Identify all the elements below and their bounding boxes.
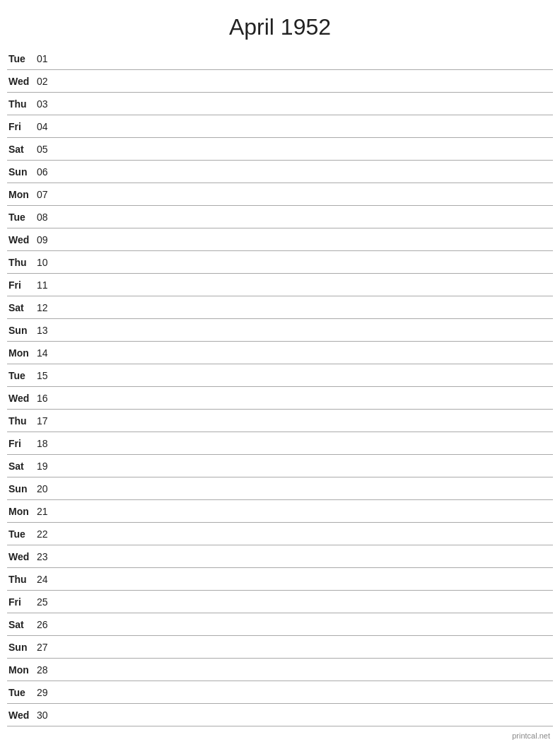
day-name: Sun — [7, 642, 37, 653]
day-line — [57, 398, 553, 398]
day-line — [57, 533, 553, 534]
day-number: 25 — [37, 596, 57, 608]
day-number: 20 — [37, 483, 57, 494]
day-name: Sat — [7, 461, 37, 472]
calendar-row: Thu24 — [7, 568, 553, 591]
day-number: 27 — [37, 642, 57, 653]
day-name: Sun — [7, 483, 37, 494]
day-line — [57, 330, 553, 330]
day-name: Tue — [7, 528, 37, 540]
calendar-row: Wed02 — [7, 70, 553, 93]
calendar-row: Tue29 — [7, 681, 553, 704]
day-name: Thu — [7, 98, 37, 110]
day-number: 10 — [37, 257, 57, 268]
footer-text: printcal.net — [512, 731, 550, 740]
calendar-row: Sat19 — [7, 455, 553, 477]
day-name: Sun — [7, 325, 37, 336]
day-line — [57, 58, 553, 59]
day-line — [57, 81, 553, 81]
day-number: 30 — [37, 710, 57, 721]
day-number: 13 — [37, 325, 57, 336]
day-line — [57, 579, 553, 579]
day-line — [57, 171, 553, 172]
day-name: Tue — [7, 370, 37, 381]
day-number: 15 — [37, 370, 57, 381]
day-number: 07 — [37, 189, 57, 200]
day-name: Wed — [7, 551, 37, 562]
day-number: 06 — [37, 166, 57, 178]
day-name: Fri — [7, 596, 37, 608]
day-line — [57, 488, 553, 489]
day-line — [57, 714, 553, 715]
calendar-row: Thu17 — [7, 410, 553, 432]
day-line — [57, 465, 553, 466]
day-name: Thu — [7, 415, 37, 427]
day-number: 18 — [37, 438, 57, 449]
day-line — [57, 669, 553, 670]
calendar-row: Tue22 — [7, 523, 553, 545]
calendar-row: Fri25 — [7, 591, 553, 613]
day-name: Tue — [7, 687, 37, 698]
day-name: Wed — [7, 76, 37, 87]
day-name: Mon — [7, 189, 37, 200]
day-number: 08 — [37, 212, 57, 223]
day-name: Wed — [7, 393, 37, 404]
day-name: Thu — [7, 574, 37, 585]
calendar-row: Sun20 — [7, 477, 553, 500]
day-number: 03 — [37, 98, 57, 110]
day-line — [57, 284, 553, 285]
day-number: 02 — [37, 76, 57, 87]
day-name: Fri — [7, 121, 37, 132]
calendar-row: Tue01 — [7, 47, 553, 70]
day-line — [57, 194, 553, 195]
day-line — [57, 511, 553, 511]
day-name: Sat — [7, 144, 37, 155]
calendar-row: Mon21 — [7, 500, 553, 523]
calendar-row: Sat05 — [7, 138, 553, 161]
day-name: Sat — [7, 302, 37, 313]
day-line — [57, 601, 553, 602]
day-number: 14 — [37, 347, 57, 359]
day-name: Sun — [7, 166, 37, 178]
day-number: 29 — [37, 687, 57, 698]
calendar-row: Wed23 — [7, 545, 553, 568]
calendar-row: Tue15 — [7, 364, 553, 387]
calendar-row: Sun27 — [7, 636, 553, 659]
day-name: Thu — [7, 257, 37, 268]
calendar-row: Sat26 — [7, 613, 553, 636]
calendar-row: Mon07 — [7, 183, 553, 206]
day-line — [57, 556, 553, 557]
day-number: 12 — [37, 302, 57, 313]
day-line — [57, 692, 553, 693]
calendar-row: Sun13 — [7, 319, 553, 342]
calendar-row: Fri18 — [7, 432, 553, 455]
calendar-row: Sun06 — [7, 161, 553, 183]
calendar-row: Wed30 — [7, 704, 553, 726]
calendar-grid: Tue01Wed02Thu03Fri04Sat05Sun06Mon07Tue08… — [0, 47, 560, 726]
day-line — [57, 239, 553, 240]
day-number: 11 — [37, 279, 57, 291]
calendar-row: Sat12 — [7, 296, 553, 319]
day-name: Sat — [7, 619, 37, 630]
day-line — [57, 375, 553, 376]
day-line — [57, 103, 553, 104]
calendar-row: Wed09 — [7, 228, 553, 251]
day-number: 01 — [37, 53, 57, 64]
day-number: 28 — [37, 664, 57, 676]
day-name: Wed — [7, 234, 37, 245]
calendar-row: Fri04 — [7, 115, 553, 138]
day-number: 09 — [37, 234, 57, 245]
day-name: Mon — [7, 664, 37, 676]
day-number: 24 — [37, 574, 57, 585]
day-line — [57, 647, 553, 647]
calendar-row: Thu03 — [7, 93, 553, 115]
day-number: 26 — [37, 619, 57, 630]
day-line — [57, 149, 553, 149]
day-line — [57, 307, 553, 308]
calendar-row: Mon28 — [7, 659, 553, 681]
day-line — [57, 624, 553, 625]
day-name: Tue — [7, 53, 37, 64]
day-number: 22 — [37, 528, 57, 540]
day-number: 05 — [37, 144, 57, 155]
calendar-row: Tue08 — [7, 206, 553, 228]
